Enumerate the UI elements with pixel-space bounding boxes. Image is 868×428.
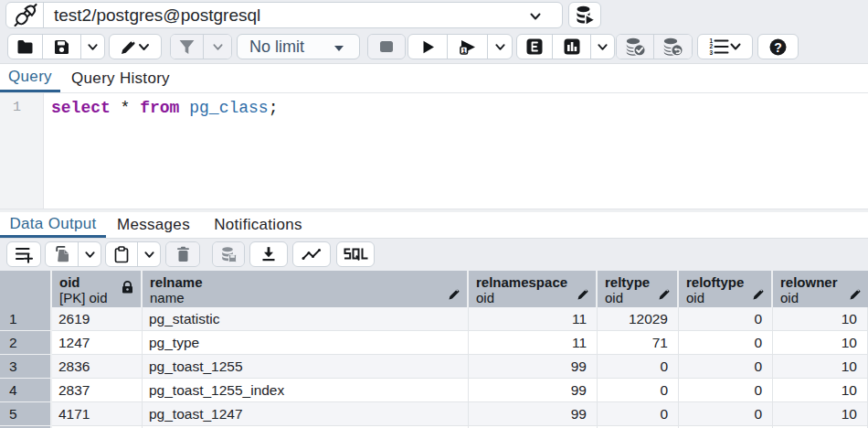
svg-text:?: ? — [774, 39, 782, 54]
svg-text:1: 1 — [462, 46, 466, 54]
svg-text:3: 3 — [710, 49, 714, 56]
